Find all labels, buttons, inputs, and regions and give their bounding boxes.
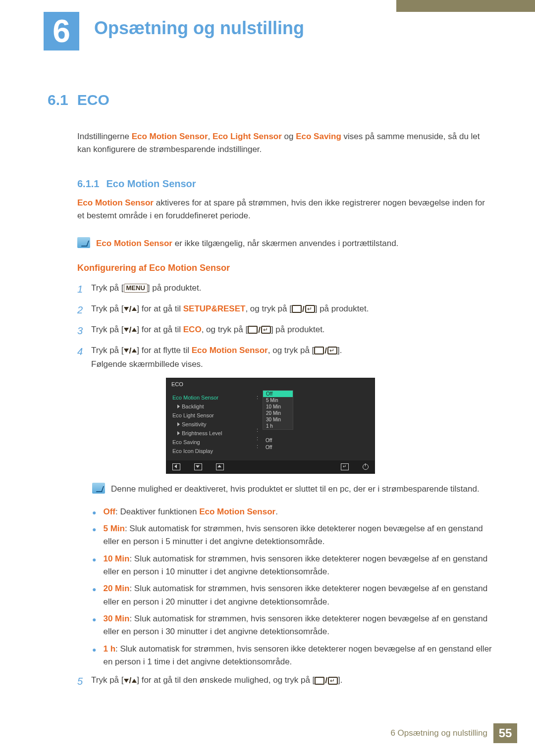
step-4: 4 Tryk på [/] for at flytte til Eco Moti… <box>77 344 493 371</box>
note-icon <box>77 237 90 248</box>
bullet-item: ●30 Min: Sluk automatisk for strømmen, h… <box>92 612 493 639</box>
intro-sep1: , <box>208 132 213 141</box>
osd-values: Off5 Min10 Min20 Min30 Min1 h Off Off <box>263 390 374 460</box>
subsection-number: 6.1.1 <box>77 178 99 189</box>
subsection-title: Eco Motion Sensor <box>106 178 196 189</box>
step5-post: ]. <box>338 675 342 685</box>
step1-pre: Tryk på [ <box>91 283 124 293</box>
bullet-term: 20 Min <box>103 584 129 593</box>
osd-colon: : <box>257 434 263 443</box>
note-2: Denne mulighed er deaktiveret, hvis prod… <box>92 483 493 496</box>
osd-item: Eco Saving <box>172 438 257 447</box>
step-2: 2 Tryk på [/] for at gå til SETUP&RESET,… <box>77 302 493 318</box>
osd-menu-items: Eco Motion SensorBacklightEco Light Sens… <box>166 390 257 460</box>
box-enter-icon: / <box>314 344 337 357</box>
bullet-text: 30 Min: Sluk automatisk for strømmen, hv… <box>103 612 493 639</box>
subsection-paragraph: Eco Motion Sensor aktiveres for at spare… <box>77 197 493 223</box>
bullet-term: Off <box>103 507 115 516</box>
term-eco-saving: Eco Saving <box>296 132 341 141</box>
term-eco-light-sensor: Eco Light Sensor <box>213 132 282 141</box>
down-up-icon: / <box>124 674 137 687</box>
osd-item: Sensitivity <box>172 420 257 429</box>
step4-pre: Tryk på [ <box>91 346 124 355</box>
step-number: 3 <box>77 323 91 339</box>
step4-line2: Følgende skærmbillede vises. <box>91 359 203 369</box>
step-1: 1 Tryk på [MENU] på produktet. <box>77 281 493 297</box>
step-number: 2 <box>77 302 91 318</box>
bullet-item: ●20 Min: Sluk automatisk for strømmen, h… <box>92 582 493 608</box>
bullet-item: ●Off: Deaktiver funktionen Eco Motion Se… <box>92 505 493 518</box>
term-eco-motion-sensor: Eco Motion Sensor <box>77 198 154 207</box>
osd-option: Off <box>263 391 293 397</box>
step2-mid: ] for at gå til <box>137 304 183 313</box>
osd-power-icon <box>363 464 369 470</box>
osd-option: 1 h <box>263 423 293 429</box>
term-eco-motion-sensor: Eco Motion Sensor <box>96 239 172 248</box>
osd-value-eco-saving: Off <box>263 438 370 443</box>
target-eco-motion-sensor: Eco Motion Sensor <box>192 346 268 355</box>
bullet-item: ●1 h: Sluk automatisk for strømmen, hvis… <box>92 643 493 669</box>
osd-item: Eco Motion Sensor <box>172 393 257 402</box>
osd-title: ECO <box>166 378 374 390</box>
step4-mid2: , og tryk på [ <box>268 346 315 355</box>
note-icon <box>92 483 105 494</box>
note-1: Eco Motion Sensor er ikke tilgængelig, n… <box>77 237 493 250</box>
step4-mid: ] for at flytte til <box>137 346 192 355</box>
osd-colon <box>257 418 263 426</box>
down-up-icon: / <box>124 302 137 316</box>
bullet-dot-icon: ● <box>92 524 96 549</box>
osd-item: Eco Light Sensor <box>172 411 257 420</box>
step4-post: ]. <box>337 346 342 355</box>
note-text: Denne mulighed er deaktiveret, hvis prod… <box>111 483 480 496</box>
bullet-dot-icon: ● <box>92 584 96 608</box>
step-3: 3 Tryk på [/] for at gå til ECO, og tryk… <box>77 323 493 339</box>
bullet-text: Off: Deaktiver funktionen Eco Motion Sen… <box>103 505 493 518</box>
step-number: 1 <box>77 281 91 297</box>
osd-down-icon <box>194 463 202 470</box>
down-up-icon: / <box>124 323 137 337</box>
osd-enter-icon: ↵ <box>341 463 349 470</box>
osd-colon: : <box>257 426 263 434</box>
intro-pre: Indstillingerne <box>77 132 132 141</box>
osd-colon <box>257 409 263 418</box>
bullet-term: 10 Min <box>103 554 129 563</box>
chapter-title: Opsætning og nulstilling <box>94 18 304 39</box>
box-enter-icon: / <box>248 323 271 337</box>
osd-item: Brightness Level <box>172 429 257 438</box>
osd-option: 10 Min <box>263 403 293 410</box>
box-enter-icon: / <box>292 302 315 316</box>
term-eco-motion-sensor: Eco Motion Sensor <box>132 132 208 141</box>
osd-left-icon <box>172 463 180 470</box>
config-heading: Konfigurering af Eco Motion Sensor <box>77 263 493 273</box>
bullet-term: 1 h <box>103 644 115 654</box>
osd-nav-bar: ↵ <box>166 460 374 473</box>
bullet-item: ●5 Min: Sluk automatisk for strømmen, hv… <box>92 522 493 549</box>
step2-mid2: , og tryk på [ <box>245 304 292 313</box>
step5-mid: ] for at gå til den ønskede mulighed, og… <box>137 675 315 685</box>
osd-colon: : <box>257 393 263 402</box>
step-number: 5 <box>77 673 91 689</box>
bullet-dot-icon: ● <box>92 507 96 518</box>
footer: 6 Opsætning og nulstilling 55 <box>390 723 517 743</box>
osd-option: 30 Min <box>263 416 293 423</box>
chapter-number-tab: 6 <box>44 12 79 50</box>
osd-option: 20 Min <box>263 410 293 416</box>
top-stripe <box>396 0 535 12</box>
step3-pre: Tryk på [ <box>91 325 124 334</box>
bullet-dot-icon: ● <box>92 554 96 579</box>
osd-colon: : <box>257 442 263 451</box>
step5-pre: Tryk på [ <box>91 675 124 685</box>
subsection-heading: 6.1.1Eco Motion Sensor <box>77 178 493 190</box>
step3-post: ] på produktet. <box>271 325 325 334</box>
intro-sep2: og <box>282 132 296 141</box>
step2-post: ] på produktet. <box>315 304 369 313</box>
section-title: ECO <box>77 92 109 108</box>
step-5: 5 Tryk på [/] for at gå til den ønskede … <box>77 673 493 689</box>
bullet-term: 5 Min <box>103 524 124 533</box>
target-setup-reset: SETUP&RESET <box>183 304 246 313</box>
step1-post: ] på produktet. <box>148 283 202 293</box>
osd-colons: :::: <box>257 390 263 460</box>
bullet-text: 10 Min: Sluk automatisk for strømmen, hv… <box>103 553 493 579</box>
osd-item: Eco Icon Display <box>172 447 257 455</box>
bullet-text: 20 Min: Sluk automatisk for strømmen, hv… <box>103 582 493 608</box>
